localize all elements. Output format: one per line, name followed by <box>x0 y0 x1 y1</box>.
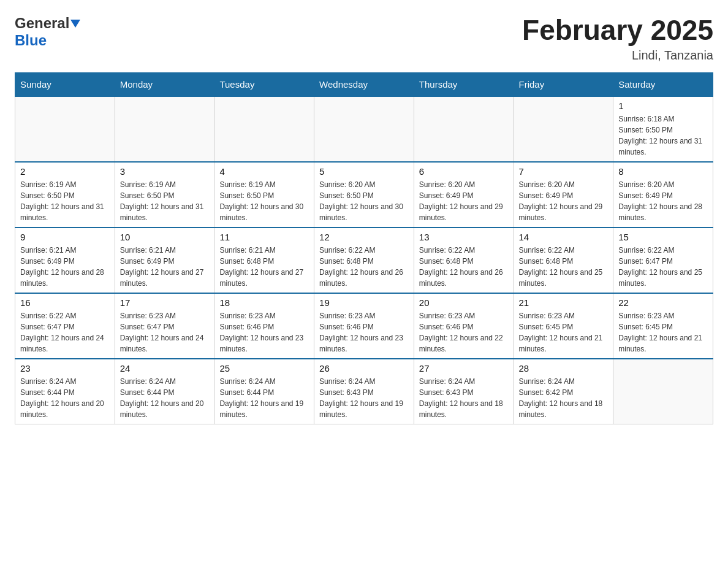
day-info: Sunrise: 6:23 AMSunset: 6:46 PMDaylight:… <box>419 310 509 354</box>
calendar-cell-w4-d1: 16Sunrise: 6:22 AMSunset: 6:47 PMDayligh… <box>15 293 115 359</box>
calendar-cell-w2-d1: 2Sunrise: 6:19 AMSunset: 6:50 PMDaylight… <box>15 162 115 228</box>
day-number: 9 <box>20 232 110 242</box>
calendar-cell-w2-d4: 5Sunrise: 6:20 AMSunset: 6:50 PMDaylight… <box>314 162 414 228</box>
calendar-cell-w1-d3 <box>214 96 314 162</box>
day-number: 8 <box>618 166 708 177</box>
day-info: Sunrise: 6:20 AMSunset: 6:50 PMDaylight:… <box>319 179 409 223</box>
weekday-friday: Friday <box>514 72 613 96</box>
week-row-4: 16Sunrise: 6:22 AMSunset: 6:47 PMDayligh… <box>15 293 713 359</box>
calendar-cell-w3-d6: 14Sunrise: 6:22 AMSunset: 6:48 PMDayligh… <box>514 228 613 293</box>
logo-triangle-icon <box>70 20 80 28</box>
day-info: Sunrise: 6:22 AMSunset: 6:48 PMDaylight:… <box>519 245 609 289</box>
week-row-2: 2Sunrise: 6:19 AMSunset: 6:50 PMDaylight… <box>15 162 713 228</box>
title-section: February 2025 Lindi, Tanzania <box>522 15 713 63</box>
weekday-row: SundayMondayTuesdayWednesdayThursdayFrid… <box>15 72 713 96</box>
day-number: 12 <box>319 232 409 242</box>
calendar-cell-w3-d2: 10Sunrise: 6:21 AMSunset: 6:49 PMDayligh… <box>115 228 214 293</box>
day-info: Sunrise: 6:20 AMSunset: 6:49 PMDaylight:… <box>419 179 509 223</box>
calendar-table: SundayMondayTuesdayWednesdayThursdayFrid… <box>15 72 713 424</box>
day-number: 2 <box>20 166 110 177</box>
calendar-cell-w5-d3: 25Sunrise: 6:24 AMSunset: 6:44 PMDayligh… <box>214 359 314 424</box>
calendar-cell-w2-d7: 8Sunrise: 6:20 AMSunset: 6:49 PMDaylight… <box>613 162 713 228</box>
day-number: 20 <box>419 297 509 308</box>
day-info: Sunrise: 6:20 AMSunset: 6:49 PMDaylight:… <box>519 179 609 223</box>
day-number: 6 <box>419 166 509 177</box>
week-row-1: 1Sunrise: 6:18 AMSunset: 6:50 PMDaylight… <box>15 96 713 162</box>
day-info: Sunrise: 6:24 AMSunset: 6:44 PMDaylight:… <box>120 376 210 420</box>
day-info: Sunrise: 6:19 AMSunset: 6:50 PMDaylight:… <box>219 179 309 223</box>
day-info: Sunrise: 6:24 AMSunset: 6:44 PMDaylight:… <box>219 376 309 420</box>
day-info: Sunrise: 6:24 AMSunset: 6:42 PMDaylight:… <box>519 376 609 420</box>
day-info: Sunrise: 6:24 AMSunset: 6:43 PMDaylight:… <box>419 376 509 420</box>
day-number: 4 <box>219 166 309 177</box>
day-number: 21 <box>519 297 609 308</box>
day-number: 28 <box>519 363 609 373</box>
day-info: Sunrise: 6:23 AMSunset: 6:45 PMDaylight:… <box>519 310 609 354</box>
calendar-cell-w2-d3: 4Sunrise: 6:19 AMSunset: 6:50 PMDaylight… <box>214 162 314 228</box>
calendar-cell-w2-d5: 6Sunrise: 6:20 AMSunset: 6:49 PMDaylight… <box>414 162 514 228</box>
month-title: February 2025 <box>522 15 713 46</box>
day-number: 13 <box>419 232 509 242</box>
day-info: Sunrise: 6:24 AMSunset: 6:43 PMDaylight:… <box>319 376 409 420</box>
calendar-cell-w1-d1 <box>15 96 115 162</box>
day-info: Sunrise: 6:19 AMSunset: 6:50 PMDaylight:… <box>120 179 210 223</box>
calendar-cell-w3-d7: 15Sunrise: 6:22 AMSunset: 6:47 PMDayligh… <box>613 228 713 293</box>
calendar-cell-w1-d7: 1Sunrise: 6:18 AMSunset: 6:50 PMDaylight… <box>613 96 713 162</box>
day-number: 5 <box>319 166 409 177</box>
calendar-cell-w2-d6: 7Sunrise: 6:20 AMSunset: 6:49 PMDaylight… <box>514 162 613 228</box>
day-number: 22 <box>618 297 708 308</box>
calendar-cell-w4-d3: 18Sunrise: 6:23 AMSunset: 6:46 PMDayligh… <box>214 293 314 359</box>
day-number: 17 <box>120 297 210 308</box>
calendar-header: SundayMondayTuesdayWednesdayThursdayFrid… <box>15 72 713 96</box>
day-info: Sunrise: 6:23 AMSunset: 6:46 PMDaylight:… <box>319 310 409 354</box>
calendar-cell-w4-d5: 20Sunrise: 6:23 AMSunset: 6:46 PMDayligh… <box>414 293 514 359</box>
calendar-cell-w1-d5 <box>414 96 514 162</box>
day-info: Sunrise: 6:23 AMSunset: 6:47 PMDaylight:… <box>120 310 210 354</box>
page-header: General Blue February 2025 Lindi, Tanzan… <box>15 15 713 63</box>
day-number: 10 <box>120 232 210 242</box>
location: Lindi, Tanzania <box>522 48 713 63</box>
day-info: Sunrise: 6:18 AMSunset: 6:50 PMDaylight:… <box>618 113 708 158</box>
day-number: 7 <box>519 166 609 177</box>
day-info: Sunrise: 6:22 AMSunset: 6:47 PMDaylight:… <box>618 245 708 289</box>
day-info: Sunrise: 6:22 AMSunset: 6:48 PMDaylight:… <box>419 245 509 289</box>
day-number: 3 <box>120 166 210 177</box>
calendar-cell-w4-d7: 22Sunrise: 6:23 AMSunset: 6:45 PMDayligh… <box>613 293 713 359</box>
day-info: Sunrise: 6:22 AMSunset: 6:48 PMDaylight:… <box>319 245 409 289</box>
week-row-3: 9Sunrise: 6:21 AMSunset: 6:49 PMDaylight… <box>15 228 713 293</box>
day-info: Sunrise: 6:21 AMSunset: 6:49 PMDaylight:… <box>20 245 110 289</box>
day-number: 11 <box>219 232 309 242</box>
day-number: 23 <box>20 363 110 373</box>
calendar-cell-w5-d2: 24Sunrise: 6:24 AMSunset: 6:44 PMDayligh… <box>115 359 214 424</box>
calendar-cell-w5-d4: 26Sunrise: 6:24 AMSunset: 6:43 PMDayligh… <box>314 359 414 424</box>
calendar-cell-w4-d4: 19Sunrise: 6:23 AMSunset: 6:46 PMDayligh… <box>314 293 414 359</box>
calendar-cell-w1-d2 <box>115 96 214 162</box>
calendar-cell-w4-d2: 17Sunrise: 6:23 AMSunset: 6:47 PMDayligh… <box>115 293 214 359</box>
calendar-cell-w2-d2: 3Sunrise: 6:19 AMSunset: 6:50 PMDaylight… <box>115 162 214 228</box>
day-number: 27 <box>419 363 509 373</box>
logo-general-text: General <box>15 15 69 32</box>
weekday-sunday: Sunday <box>15 72 115 96</box>
day-info: Sunrise: 6:23 AMSunset: 6:45 PMDaylight:… <box>618 310 708 354</box>
day-info: Sunrise: 6:20 AMSunset: 6:49 PMDaylight:… <box>618 179 708 223</box>
calendar-cell-w4-d6: 21Sunrise: 6:23 AMSunset: 6:45 PMDayligh… <box>514 293 613 359</box>
day-info: Sunrise: 6:23 AMSunset: 6:46 PMDaylight:… <box>219 310 309 354</box>
day-number: 1 <box>618 101 708 111</box>
day-number: 14 <box>519 232 609 242</box>
calendar-cell-w5-d5: 27Sunrise: 6:24 AMSunset: 6:43 PMDayligh… <box>414 359 514 424</box>
logo: General Blue <box>15 15 80 49</box>
calendar-cell-w3-d1: 9Sunrise: 6:21 AMSunset: 6:49 PMDaylight… <box>15 228 115 293</box>
day-info: Sunrise: 6:22 AMSunset: 6:47 PMDaylight:… <box>20 310 110 354</box>
day-info: Sunrise: 6:21 AMSunset: 6:49 PMDaylight:… <box>120 245 210 289</box>
calendar-cell-w1-d6 <box>514 96 613 162</box>
calendar-cell-w3-d3: 11Sunrise: 6:21 AMSunset: 6:48 PMDayligh… <box>214 228 314 293</box>
day-number: 18 <box>219 297 309 308</box>
weekday-saturday: Saturday <box>613 72 713 96</box>
day-number: 26 <box>319 363 409 373</box>
logo-blue-text: Blue <box>15 32 47 48</box>
weekday-thursday: Thursday <box>414 72 514 96</box>
day-info: Sunrise: 6:24 AMSunset: 6:44 PMDaylight:… <box>20 376 110 420</box>
weekday-tuesday: Tuesday <box>214 72 314 96</box>
day-info: Sunrise: 6:21 AMSunset: 6:48 PMDaylight:… <box>219 245 309 289</box>
calendar-body: 1Sunrise: 6:18 AMSunset: 6:50 PMDaylight… <box>15 96 713 424</box>
